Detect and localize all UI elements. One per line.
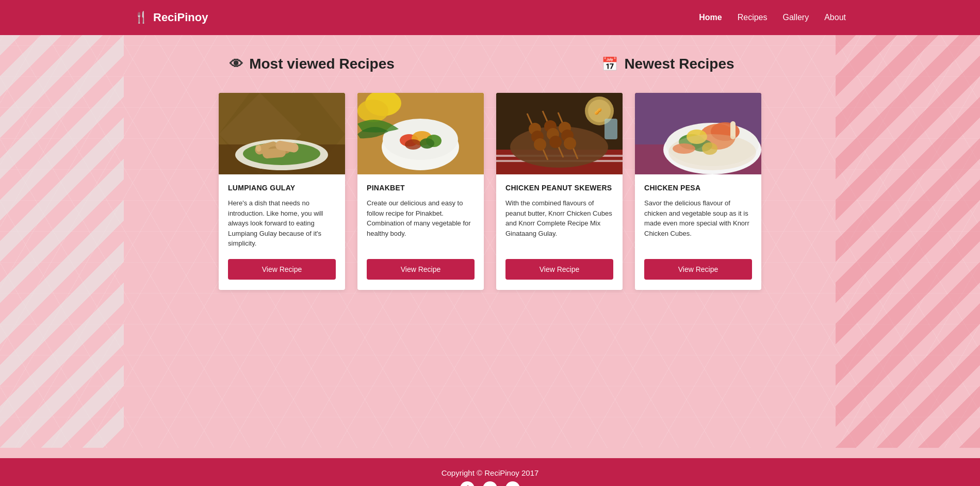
card-title-skewers: CHICKEN PEANUT SKEWERS xyxy=(505,184,613,192)
card-chicken-skewers: 🥜 CHICKEN PEANUT SKEWERS With the combin… xyxy=(496,93,623,290)
svg-rect-43 xyxy=(605,119,617,139)
svg-point-20 xyxy=(405,139,421,150)
svg-point-35 xyxy=(549,136,562,148)
card-body-pinakbet: PINAKBET Create our delicious and easy t… xyxy=(357,174,484,290)
brand-name: ReciPinoy xyxy=(153,11,208,24)
card-image-pesa xyxy=(635,93,761,174)
card-image-pinakbet xyxy=(357,93,484,174)
svg-point-31 xyxy=(534,138,546,151)
view-recipe-pesa[interactable]: View Recipe xyxy=(644,259,752,280)
fork-icon: 🍴 xyxy=(134,11,148,24)
eye-icon: 👁 xyxy=(230,56,243,72)
instagram-icon[interactable]: 📷 xyxy=(505,481,520,486)
card-title-lumpiang: LUMPIANG GULAY xyxy=(228,184,336,192)
view-recipe-pinakbet[interactable]: View Recipe xyxy=(367,259,475,280)
card-body-pesa: CHICKEN PESA Savor the delicious flavour… xyxy=(635,174,761,290)
card-body-lumpiang: LUMPIANG GULAY Here's a dish that needs … xyxy=(219,174,345,290)
svg-point-21 xyxy=(420,138,434,149)
svg-text:🥜: 🥜 xyxy=(594,107,602,115)
view-recipe-skewers[interactable]: View Recipe xyxy=(505,259,613,280)
newest-title: 📅 Newest Recipes xyxy=(490,56,846,72)
card-desc-skewers: With the combined flavours of peanut but… xyxy=(505,198,613,249)
main-content: 👁 Most viewed Recipes 📅 Newest Recipes xyxy=(0,35,980,448)
nav-links: Home Recipes Gallery About xyxy=(699,13,846,22)
card-desc-pinakbet: Create our delicious and easy to follow … xyxy=(367,198,475,249)
footer-social: f ❤ 📷 xyxy=(0,481,980,486)
footer: Copyright © ReciPinoy 2017 f ❤ 📷 Disclai… xyxy=(0,458,980,486)
most-viewed-title: 👁 Most viewed Recipes xyxy=(134,56,490,72)
svg-point-39 xyxy=(564,137,576,150)
nav-gallery[interactable]: Gallery xyxy=(783,13,809,22)
svg-point-14 xyxy=(357,100,388,122)
cards-grid: LUMPIANG GULAY Here's a dish that needs … xyxy=(0,83,980,300)
calendar-icon: 📅 xyxy=(601,56,618,72)
card-title-pinakbet: PINAKBET xyxy=(367,184,475,192)
card-body-skewers: CHICKEN PEANUT SKEWERS With the combined… xyxy=(496,174,623,290)
facebook-icon[interactable]: f xyxy=(460,481,475,486)
card-chicken-pesa: CHICKEN PESA Savor the delicious flavour… xyxy=(635,93,761,290)
card-pinakbet: PINAKBET Create our delicious and easy t… xyxy=(357,93,484,290)
card-desc-pesa: Savor the delicious flavour of chicken a… xyxy=(644,198,752,249)
svg-point-56 xyxy=(668,134,756,170)
navbar: 🍴 ReciPinoy Home Recipes Gallery About xyxy=(0,0,980,35)
view-recipe-lumpiang[interactable]: View Recipe xyxy=(228,259,336,280)
card-desc-lumpiang: Here's a dish that needs no introduction… xyxy=(228,198,336,249)
brand-logo[interactable]: 🍴 ReciPinoy xyxy=(134,11,208,24)
vine-icon[interactable]: ❤ xyxy=(483,481,497,486)
card-title-pesa: CHICKEN PESA xyxy=(644,184,752,192)
card-image-lumpiang xyxy=(219,93,345,174)
card-lumpiang-gulay: LUMPIANG GULAY Here's a dish that needs … xyxy=(219,93,345,290)
footer-copyright: Copyright © ReciPinoy 2017 xyxy=(0,468,980,477)
nav-recipes[interactable]: Recipes xyxy=(738,13,767,22)
sections-header: 👁 Most viewed Recipes 📅 Newest Recipes xyxy=(0,35,980,83)
card-image-skewers: 🥜 xyxy=(496,93,623,174)
nav-home[interactable]: Home xyxy=(699,13,722,22)
nav-about[interactable]: About xyxy=(824,13,846,22)
